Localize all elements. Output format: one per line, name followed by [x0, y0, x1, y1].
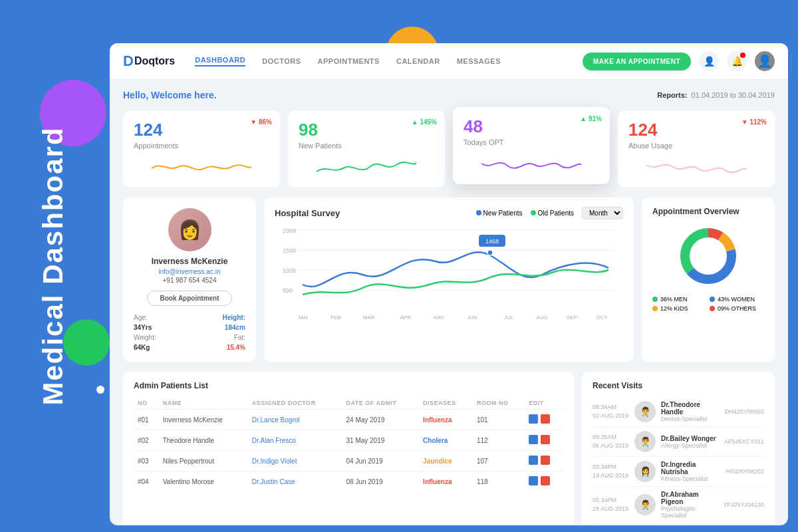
svg-text:SEP: SEP	[567, 315, 577, 321]
hello-bar: Hello, Welcome here. Reports: 01.04.2019…	[123, 90, 775, 100]
patient-avatar: 👩	[168, 208, 211, 251]
table-title: Admin Patients List	[134, 381, 563, 390]
greeting-welcome: Welcome here.	[151, 90, 217, 100]
reports-range: Reports: 01.04.2019 to 30.04.2019	[657, 91, 775, 99]
svg-text:FEB: FEB	[331, 315, 341, 321]
stat-label-appointments: Appointments	[134, 142, 269, 150]
svg-text:JUN: JUN	[467, 315, 477, 321]
stat-change-appointments: ▼ 86%	[250, 118, 272, 126]
sparkline-appointments	[134, 155, 269, 178]
stat-label-patients: New Patients	[299, 142, 434, 150]
stat-value-appointments: 124	[134, 120, 269, 140]
visits-list: 08:34AM02 AUG 2019 👨‍⚕️ Dr.Theodore Hand…	[593, 397, 764, 523]
content-area: Hello, Welcome here. Reports: 01.04.2019…	[110, 80, 788, 525]
legend-women: 43% WOMEN	[710, 296, 764, 303]
donut-chart	[652, 223, 764, 289]
stats-row: 124 Appointments ▼ 86% 98 New Patients ▲…	[123, 110, 775, 188]
main-dashboard: DDoqtors DASHBOARD DOCTORS APPOINTMENTS …	[110, 43, 788, 525]
nav-dashboard[interactable]: DASHBOARD	[195, 56, 245, 66]
apt-title: Appointment Overview	[652, 207, 764, 216]
col-doctor: ASSIGNED DOCTOR	[248, 397, 342, 410]
patient-card: 👩 Inverness McKenzie info@inverness.ac.i…	[123, 198, 256, 362]
logo: DDoqtors	[123, 53, 175, 70]
nav-messages[interactable]: MESSAGES	[457, 57, 501, 65]
logo-icon: D	[123, 53, 134, 70]
svg-text:MAY: MAY	[434, 315, 445, 321]
table-row: #04 Valentino Morose Dr.Justin Case 08 J…	[134, 471, 563, 492]
col-name: NAME	[159, 397, 248, 410]
nav-links: DASHBOARD DOCTORS APPOINTMENTS CALENDAR …	[195, 56, 583, 66]
visit-item: 03:34PM19 AUG 2019 👩‍⚕️ Dr.Ingredia Nutr…	[593, 457, 764, 487]
col-edit: EDIT	[525, 397, 563, 410]
visits-title: Recent Visits	[593, 381, 764, 390]
nav-appointments[interactable]: APPOINTMENTS	[318, 57, 380, 65]
survey-chart: 2000 1500 1000 500 1468	[275, 225, 623, 325]
legend-old-patients: Old Patients	[531, 209, 574, 217]
greeting-hello: Hello,	[123, 90, 148, 100]
sidebar-label: Medical Dashboard	[0, 0, 106, 532]
patient-stats: Age: Height: 34Yrs 184cm Weight: Fat: 64…	[134, 314, 245, 351]
nav-doctors[interactable]: DOCTORS	[262, 57, 301, 65]
svg-text:2000: 2000	[283, 227, 296, 234]
svg-text:AUG: AUG	[536, 315, 547, 321]
notification-badge	[740, 53, 745, 58]
stat-change-patients: ▲ 145%	[412, 118, 437, 126]
table-row: #02 Theodore Handle Dr.Alan Fresco 31 Ma…	[134, 430, 563, 451]
visit-item: 09:35AM06 AUG 2019 👨‍⚕️ Dr.Bailey Wonger…	[593, 427, 764, 457]
survey-legend: New Patients Old Patients Month Week Yea…	[476, 207, 623, 219]
book-appointment-button[interactable]: Book Appointment	[147, 291, 231, 306]
greeting-text: Hello, Welcome here.	[123, 90, 217, 100]
apt-legend: 36% MEN 43% WOMEN 12% KIDS 09% OTHERS	[652, 296, 764, 312]
legend-men: 36% MEN	[652, 296, 707, 303]
svg-text:JAN: JAN	[297, 315, 307, 321]
patients-table: NO NAME ASSIGNED DOCTOR DATE OF ADMIT DI…	[134, 397, 563, 491]
recent-visits-card: Recent Visits 08:34AM02 AUG 2019 👨‍⚕️ Dr…	[582, 372, 775, 525]
patient-email: info@inverness.ac.in	[159, 268, 221, 275]
bottom-row: Admin Patients List NO NAME ASSIGNED DOC…	[123, 372, 775, 525]
stat-patients: 98 New Patients ▲ 145%	[288, 110, 445, 188]
stat-change-opt: ▲ 91%	[580, 115, 602, 122]
stat-opt: 48 Todays OPT ▲ 91%	[453, 107, 610, 184]
col-disease: DISEASES	[419, 397, 473, 410]
user-avatar[interactable]: 👤	[755, 51, 775, 71]
svg-text:MAR: MAR	[363, 315, 375, 321]
survey-card: Hospital Survey New Patients Old Patient…	[264, 198, 634, 362]
svg-text:1000: 1000	[283, 267, 296, 274]
patient-name: Inverness McKenzie	[152, 257, 228, 266]
col-admit: DATE OF ADMIT	[342, 397, 419, 410]
legend-others: 09% OTHERS	[710, 305, 764, 312]
svg-point-10	[487, 250, 493, 255]
stat-change-abuse: ▼ 112%	[741, 118, 767, 126]
visit-item: 08:34AM02 AUG 2019 👨‍⚕️ Dr.Theodore Hand…	[593, 397, 764, 427]
col-no: NO	[134, 397, 159, 410]
svg-text:1500: 1500	[283, 247, 296, 254]
patient-phone: +91 987 654 4524	[163, 277, 217, 284]
stat-label-abuse: Abuse Usage	[628, 142, 764, 150]
notification-icon[interactable]: 🔔	[727, 51, 747, 71]
stat-abuse: 124 Abuse Usage ▼ 112%	[618, 110, 775, 188]
table-row: #03 Niles Peppertrout Dr.Indigo Violet 0…	[134, 451, 563, 471]
appointment-overview: Appointment Overview	[642, 198, 775, 362]
stat-value-opt: 48	[464, 116, 599, 137]
user-icon[interactable]: 👤	[699, 51, 719, 71]
sparkline-abuse	[628, 155, 764, 178]
svg-text:1468: 1468	[485, 238, 499, 245]
svg-text:OCT: OCT	[597, 315, 608, 321]
legend-kids: 12% KIDS	[652, 305, 707, 312]
survey-header: Hospital Survey New Patients Old Patient…	[275, 207, 623, 219]
table-row: #01 Inverness McKenzie Dr.Lance Bogrol 2…	[134, 410, 563, 430]
svg-text:APR: APR	[400, 315, 412, 321]
sparkline-patients	[299, 155, 434, 178]
stat-label-opt: Todays OPT	[464, 138, 599, 146]
nav-calendar[interactable]: CALENDAR	[396, 57, 440, 65]
nav-right: MAKE AN APPOINTMENT 👤 🔔 👤	[583, 51, 775, 71]
make-appointment-button[interactable]: MAKE AN APPOINTMENT	[583, 53, 691, 70]
survey-title: Hospital Survey	[275, 208, 340, 218]
period-select[interactable]: Month Week Year	[582, 207, 623, 219]
stat-appointments: 124 Appointments ▼ 86%	[123, 110, 280, 188]
navbar: DDoqtors DASHBOARD DOCTORS APPOINTMENTS …	[110, 43, 788, 80]
svg-text:JUL: JUL	[504, 315, 514, 321]
col-room: ROOM NO	[473, 397, 525, 410]
svg-text:500: 500	[283, 287, 293, 294]
visit-item: 05:34PM28 AUG 2019 👨‍⚕️ Dr.Abraham Pigeo…	[593, 487, 764, 523]
